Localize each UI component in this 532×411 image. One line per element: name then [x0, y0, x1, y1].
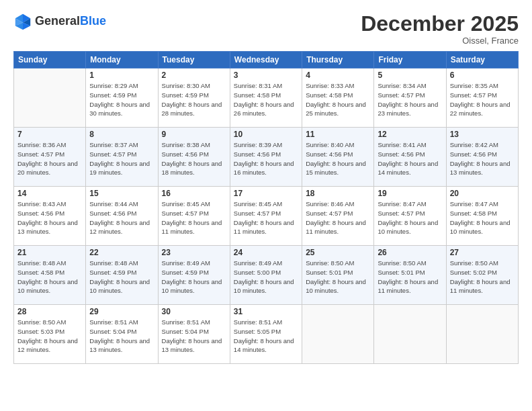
calendar-cell: 18Sunrise: 8:46 AMSunset: 4:57 PMDayligh…: [302, 187, 374, 246]
day-number: 13: [450, 130, 515, 139]
calendar-cell: 13Sunrise: 8:42 AMSunset: 4:56 PMDayligh…: [446, 128, 518, 187]
day-number: 4: [306, 71, 370, 80]
logo-general: General: [35, 15, 80, 28]
day-number: 21: [17, 248, 82, 257]
logo: General Blue: [13, 12, 106, 31]
day-number: 16: [162, 189, 226, 198]
day-number: 10: [234, 130, 298, 139]
calendar-cell: 7Sunrise: 8:36 AMSunset: 4:57 PMDaylight…: [14, 128, 86, 187]
day-info: Sunrise: 8:50 AMSunset: 5:01 PMDaylight:…: [378, 259, 442, 295]
day-number: 5: [378, 71, 442, 80]
day-header-thursday: Thursday: [302, 52, 374, 68]
day-info: Sunrise: 8:31 AMSunset: 4:58 PMDaylight:…: [234, 81, 298, 118]
calendar-cell: 5Sunrise: 8:34 AMSunset: 4:57 PMDaylight…: [374, 68, 446, 128]
day-info: Sunrise: 8:47 AMSunset: 4:58 PMDaylight:…: [450, 199, 515, 236]
day-header-friday: Friday: [374, 52, 446, 68]
day-number: 17: [234, 189, 298, 198]
logo-blue: Blue: [80, 15, 106, 28]
calendar-cell: 17Sunrise: 8:45 AMSunset: 4:57 PMDayligh…: [230, 187, 302, 246]
day-info: Sunrise: 8:51 AMSunset: 5:05 PMDaylight:…: [234, 318, 298, 355]
day-info: Sunrise: 8:50 AMSunset: 5:01 PMDaylight:…: [306, 259, 370, 295]
calendar-cell: [374, 305, 446, 364]
day-number: 24: [234, 248, 298, 257]
day-number: 26: [378, 248, 442, 257]
day-header-monday: Monday: [86, 52, 158, 68]
day-info: Sunrise: 8:39 AMSunset: 4:56 PMDaylight:…: [234, 140, 298, 177]
calendar-header-row: SundayMondayTuesdayWednesdayThursdayFrid…: [14, 52, 519, 68]
day-number: 25: [306, 248, 370, 257]
calendar-cell: 15Sunrise: 8:44 AMSunset: 4:56 PMDayligh…: [86, 187, 158, 246]
calendar-cell: 9Sunrise: 8:38 AMSunset: 4:56 PMDaylight…: [158, 128, 230, 187]
day-number: 14: [17, 189, 82, 198]
day-info: Sunrise: 8:49 AMSunset: 5:00 PMDaylight:…: [234, 259, 298, 295]
day-info: Sunrise: 8:37 AMSunset: 4:57 PMDaylight:…: [89, 140, 154, 177]
location: Oissel, France: [361, 36, 519, 46]
calendar-cell: 29Sunrise: 8:51 AMSunset: 5:04 PMDayligh…: [86, 305, 158, 364]
calendar-cell: [14, 68, 86, 128]
calendar-cell: 19Sunrise: 8:47 AMSunset: 4:57 PMDayligh…: [374, 187, 446, 246]
day-number: 15: [89, 189, 154, 198]
calendar-week-row: 21Sunrise: 8:48 AMSunset: 4:58 PMDayligh…: [14, 246, 519, 305]
day-info: Sunrise: 8:30 AMSunset: 4:59 PMDaylight:…: [162, 81, 226, 118]
day-info: Sunrise: 8:51 AMSunset: 5:04 PMDaylight:…: [162, 318, 226, 355]
day-header-sunday: Sunday: [14, 52, 86, 68]
calendar-week-row: 7Sunrise: 8:36 AMSunset: 4:57 PMDaylight…: [14, 128, 519, 187]
day-info: Sunrise: 8:34 AMSunset: 4:57 PMDaylight:…: [378, 81, 442, 118]
day-info: Sunrise: 8:35 AMSunset: 4:57 PMDaylight:…: [450, 81, 515, 118]
day-info: Sunrise: 8:43 AMSunset: 4:56 PMDaylight:…: [17, 199, 82, 236]
day-number: 9: [162, 130, 226, 139]
calendar-cell: 23Sunrise: 8:49 AMSunset: 4:59 PMDayligh…: [158, 246, 230, 305]
day-info: Sunrise: 8:42 AMSunset: 4:56 PMDaylight:…: [450, 140, 515, 177]
day-header-tuesday: Tuesday: [158, 52, 230, 68]
day-number: 3: [234, 71, 298, 80]
calendar-cell: 11Sunrise: 8:40 AMSunset: 4:56 PMDayligh…: [302, 128, 374, 187]
day-number: 11: [306, 130, 370, 139]
day-header-wednesday: Wednesday: [230, 52, 302, 68]
day-number: 29: [89, 307, 154, 316]
calendar-cell: 4Sunrise: 8:33 AMSunset: 4:58 PMDaylight…: [302, 68, 374, 128]
day-number: 22: [89, 248, 154, 257]
calendar-cell: 22Sunrise: 8:48 AMSunset: 4:59 PMDayligh…: [86, 246, 158, 305]
calendar-cell: 25Sunrise: 8:50 AMSunset: 5:01 PMDayligh…: [302, 246, 374, 305]
day-info: Sunrise: 8:40 AMSunset: 4:56 PMDaylight:…: [306, 140, 370, 177]
day-info: Sunrise: 8:49 AMSunset: 4:59 PMDaylight:…: [162, 259, 226, 295]
day-number: 2: [162, 71, 226, 80]
header: General Blue December 2025 Oissel, Franc…: [13, 12, 519, 46]
day-number: 30: [162, 307, 226, 316]
calendar-cell: 2Sunrise: 8:30 AMSunset: 4:59 PMDaylight…: [158, 68, 230, 128]
day-number: 7: [17, 130, 82, 139]
day-header-saturday: Saturday: [446, 52, 518, 68]
calendar-cell: 14Sunrise: 8:43 AMSunset: 4:56 PMDayligh…: [14, 187, 86, 246]
page: General Blue December 2025 Oissel, Franc…: [0, 0, 532, 411]
calendar-cell: 28Sunrise: 8:50 AMSunset: 5:03 PMDayligh…: [14, 305, 86, 364]
day-info: Sunrise: 8:51 AMSunset: 5:04 PMDaylight:…: [89, 318, 154, 355]
day-info: Sunrise: 8:50 AMSunset: 5:02 PMDaylight:…: [450, 259, 515, 295]
calendar-cell: 12Sunrise: 8:41 AMSunset: 4:56 PMDayligh…: [374, 128, 446, 187]
calendar-cell: 8Sunrise: 8:37 AMSunset: 4:57 PMDaylight…: [86, 128, 158, 187]
calendar-week-row: 14Sunrise: 8:43 AMSunset: 4:56 PMDayligh…: [14, 187, 519, 246]
title-area: December 2025 Oissel, France: [361, 12, 519, 46]
day-info: Sunrise: 8:41 AMSunset: 4:56 PMDaylight:…: [378, 140, 442, 177]
day-number: 23: [162, 248, 226, 257]
day-number: 19: [378, 189, 442, 198]
calendar: SundayMondayTuesdayWednesdayThursdayFrid…: [13, 51, 519, 364]
calendar-week-row: 1Sunrise: 8:29 AMSunset: 4:59 PMDaylight…: [14, 68, 519, 128]
day-number: 12: [378, 130, 442, 139]
calendar-cell: 1Sunrise: 8:29 AMSunset: 4:59 PMDaylight…: [86, 68, 158, 128]
calendar-cell: 31Sunrise: 8:51 AMSunset: 5:05 PMDayligh…: [230, 305, 302, 364]
calendar-cell: 10Sunrise: 8:39 AMSunset: 4:56 PMDayligh…: [230, 128, 302, 187]
day-number: 18: [306, 189, 370, 198]
day-number: 6: [450, 71, 515, 80]
day-number: 27: [450, 248, 515, 257]
calendar-week-row: 28Sunrise: 8:50 AMSunset: 5:03 PMDayligh…: [14, 305, 519, 364]
calendar-cell: 6Sunrise: 8:35 AMSunset: 4:57 PMDaylight…: [446, 68, 518, 128]
day-info: Sunrise: 8:29 AMSunset: 4:59 PMDaylight:…: [89, 81, 154, 118]
day-info: Sunrise: 8:45 AMSunset: 4:57 PMDaylight:…: [234, 199, 298, 236]
day-number: 8: [89, 130, 154, 139]
calendar-cell: [302, 305, 374, 364]
month-title: December 2025: [361, 12, 519, 36]
day-info: Sunrise: 8:45 AMSunset: 4:57 PMDaylight:…: [162, 199, 226, 236]
day-number: 20: [450, 189, 515, 198]
day-info: Sunrise: 8:48 AMSunset: 4:58 PMDaylight:…: [17, 259, 82, 295]
calendar-cell: 27Sunrise: 8:50 AMSunset: 5:02 PMDayligh…: [446, 246, 518, 305]
